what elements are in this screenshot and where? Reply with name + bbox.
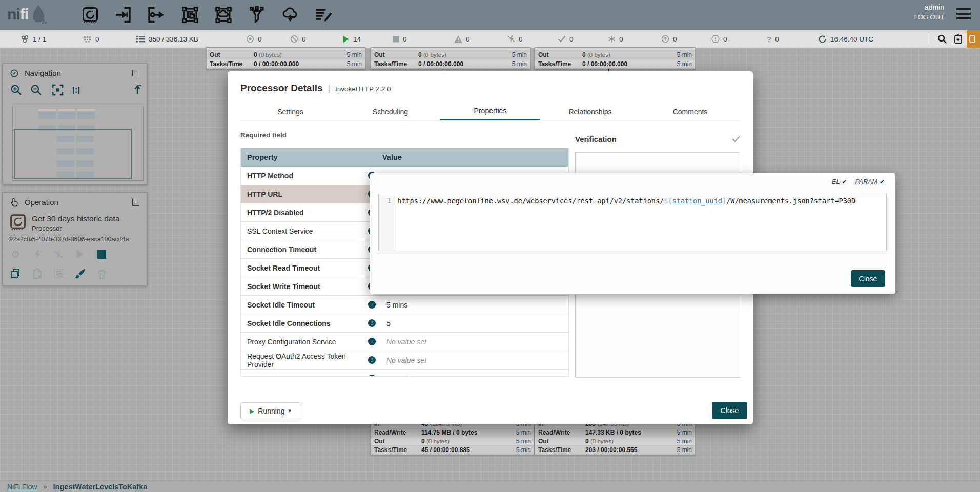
minimap-block (57, 136, 74, 142)
operation-title: Operation (25, 198, 58, 207)
info-icon[interactable]: i (368, 338, 376, 345)
info-icon[interactable]: i (368, 356, 376, 364)
birdseye-toggle-icon[interactable] (132, 84, 142, 95)
status-locally-modified-stale: 0 (711, 30, 727, 48)
status-stopped: 0 (393, 30, 407, 48)
navigation-title: Navigation (25, 69, 61, 77)
processor-card: In203 (147.33 KB)5 min Read/Write147.33 … (535, 419, 696, 455)
delete-icon (95, 268, 108, 280)
editor-content[interactable]: https://www.pegelonline.wsv.de/webservic… (394, 194, 886, 251)
refresh-icon[interactable] (818, 35, 827, 44)
remote-process-group-icon[interactable] (213, 5, 234, 25)
status-queued: 350 / 336.13 KB (136, 30, 198, 48)
search-icon (937, 34, 947, 44)
tab-properties[interactable]: Properties (440, 102, 540, 120)
component-toolbar (80, 5, 334, 25)
zoom-fit-icon[interactable] (52, 84, 64, 96)
tab-comments[interactable]: Comments (640, 102, 740, 120)
info-icon[interactable]: i (368, 375, 376, 377)
table-row[interactable]: iNo value set (241, 370, 568, 377)
run-state-button[interactable]: ▶ Running ▾ (240, 402, 300, 419)
locally-modified-stale-icon (711, 35, 720, 43)
table-row[interactable]: Socket Idle Timeouti5 mins (241, 296, 568, 314)
statusbar-separator (929, 32, 929, 46)
template-cloud-icon[interactable] (280, 5, 300, 25)
output-port-icon[interactable] (147, 5, 167, 25)
status-running: 14 (342, 30, 361, 48)
tab-scheduling[interactable]: Scheduling (340, 102, 440, 120)
logo-text-2: fi (20, 6, 28, 23)
status-locally-modified: 0 (608, 30, 623, 48)
column-value: Value (382, 153, 402, 161)
up-to-date-icon (558, 35, 566, 43)
breadcrumb-separator: » (43, 483, 47, 490)
el-parameter: station_uuid (672, 197, 722, 205)
selected-processor-icon (9, 213, 27, 231)
collapse-navigation-icon[interactable] (132, 70, 139, 76)
minimap-block (76, 148, 94, 154)
breadcrumb: NiFi Flow » IngestWaterLevelsToKafka (0, 481, 980, 492)
breadcrumb-root-link[interactable]: NiFi Flow (7, 483, 37, 491)
nifi-logo: nifi (7, 4, 48, 25)
check-icon: ✔ (880, 178, 885, 186)
search-button[interactable] (937, 30, 947, 48)
processor-card: Out0 (0 bytes)5 min Tasks/Time0 / 00:00:… (206, 47, 365, 69)
dialog-close-button[interactable]: Close (712, 402, 747, 419)
value-code-editor[interactable]: 1 https://www.pegelonline.wsv.de/webserv… (378, 194, 887, 251)
zoom-in-icon[interactable] (10, 84, 22, 96)
last-refreshed-time: 16:46:40 UTC (830, 35, 873, 43)
process-group-icon[interactable] (180, 5, 200, 25)
status-refresh: 16:46:40 UTC (818, 30, 873, 48)
info-icon[interactable]: i (368, 319, 376, 327)
info-icon[interactable]: i (368, 301, 376, 309)
status-disabled: 0 (507, 30, 523, 48)
status-stale: 0 (661, 30, 677, 48)
highlighted-panel-button[interactable] (967, 30, 980, 48)
birdseye-minimap[interactable] (12, 106, 144, 181)
status-transmitting: 0 (246, 30, 262, 48)
compass-icon (10, 69, 18, 77)
stopped-icon (393, 36, 399, 43)
processor-card: Out0 (0 bytes)5 min Tasks/Time0 / 00:00:… (371, 47, 530, 69)
dialog-tabs: Settings Scheduling Properties Relations… (240, 102, 740, 121)
status-active-threads: 0 (84, 30, 99, 48)
invalid-icon (454, 35, 462, 43)
tab-relationships[interactable]: Relationships (540, 102, 640, 120)
input-port-icon[interactable] (113, 5, 134, 25)
minimap-block (76, 136, 94, 142)
editor-close-button[interactable]: Close (851, 270, 885, 287)
table-row[interactable]: Socket Idle Connectionsi5 (241, 314, 568, 333)
selected-component-name: Get 30 days historic data (32, 214, 119, 223)
status-up-to-date: 0 (558, 30, 574, 48)
funnel-icon[interactable] (247, 5, 267, 25)
line-number-gutter: 1 (379, 194, 394, 251)
stop-icon[interactable] (95, 248, 108, 260)
zoom-out-icon[interactable] (30, 84, 42, 96)
minimap-block (38, 112, 56, 119)
operation-panel: Operation Get 30 days historic data Proc… (3, 192, 147, 286)
el-supported-badge: EL✔ (832, 178, 847, 186)
hand-pointer-icon (10, 198, 18, 207)
el-close-bracket: } (722, 197, 726, 205)
minimap-block (57, 172, 74, 178)
selected-component-type: Processor (32, 224, 62, 232)
tab-settings[interactable]: Settings (240, 102, 340, 120)
zoom-actual-icon[interactable]: |:| (72, 85, 80, 95)
collapse-operation-icon[interactable] (132, 199, 139, 206)
table-row[interactable]: Proxy Configuration ServiceiNo value set (241, 333, 568, 351)
processor-icon[interactable] (80, 5, 100, 25)
logout-link[interactable]: LOG OUT (914, 13, 944, 21)
copy-icon[interactable] (9, 268, 22, 280)
global-menu-icon[interactable] (956, 8, 971, 22)
start-icon (74, 248, 86, 260)
minimap-block (58, 109, 75, 111)
table-row[interactable]: Request OAuth2 Access Token ProvideriNo … (241, 351, 568, 370)
group-icon (52, 268, 65, 280)
label-icon[interactable] (313, 5, 334, 25)
param-supported-badge: PARAM✔ (855, 178, 885, 186)
color-brush-icon[interactable] (74, 268, 86, 280)
clipboard-button[interactable] (953, 30, 963, 48)
verification-check-icon[interactable] (732, 136, 740, 142)
minimap-block (57, 148, 74, 154)
required-field-label: Required field (240, 131, 287, 139)
